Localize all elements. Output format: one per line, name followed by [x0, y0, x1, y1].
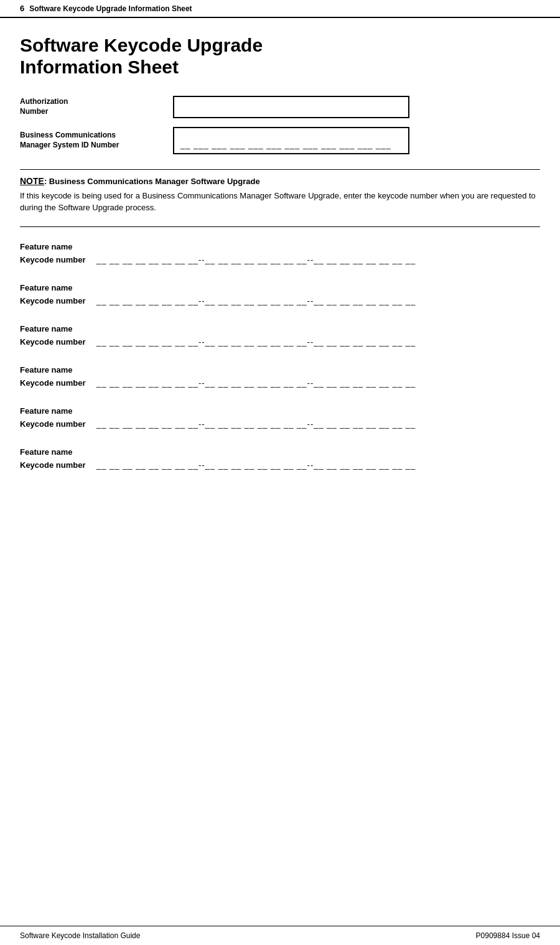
footer-right: P0909884 Issue 04 — [476, 931, 540, 940]
top-bar-title: Software Keycode Upgrade Information She… — [29, 4, 192, 13]
keycode-row-2: Keycode number __ __ __ __ __ __ __ __--… — [20, 296, 540, 305]
feature-block-6: Feature name Keycode number __ __ __ __ … — [20, 447, 540, 470]
feature-block-1: Feature name Keycode number __ __ __ __ … — [20, 242, 540, 264]
feature-name-label-6: Feature name — [20, 447, 540, 457]
keycode-dashes-1: __ __ __ __ __ __ __ __--__ __ __ __ __ … — [96, 255, 416, 264]
features-area: Feature name Keycode number __ __ __ __ … — [20, 242, 540, 470]
auth-number-input[interactable] — [173, 96, 409, 118]
feature-name-label-2: Feature name — [20, 283, 540, 292]
feature-name-label-1: Feature name — [20, 242, 540, 251]
top-bar: 6 Software Keycode Upgrade Information S… — [0, 0, 560, 18]
feature-block-5: Feature name Keycode number __ __ __ __ … — [20, 406, 540, 429]
bcm-dashes: __ ___ ___ ___ ___ ___ ___ ___ ___ ___ _… — [180, 140, 391, 149]
note-title: NOTE: Business Communications Manager So… — [20, 176, 540, 186]
keycode-label-5: Keycode number — [20, 419, 91, 429]
keycode-label-6: Keycode number — [20, 460, 91, 470]
auth-number-row: AuthorizationNumber — [20, 96, 540, 118]
keycode-row-3: Keycode number __ __ __ __ __ __ __ __--… — [20, 337, 540, 347]
bcm-id-row: Business CommunicationsManager System ID… — [20, 127, 540, 154]
keycode-dashes-3: __ __ __ __ __ __ __ __--__ __ __ __ __ … — [96, 337, 416, 347]
keycode-label-2: Keycode number — [20, 296, 91, 305]
feature-name-label-3: Feature name — [20, 324, 540, 333]
keycode-row-5: Keycode number __ __ __ __ __ __ __ __--… — [20, 419, 540, 429]
keycode-dashes-4: __ __ __ __ __ __ __ __--__ __ __ __ __ … — [96, 378, 416, 388]
form-section: AuthorizationNumber Business Communicati… — [20, 96, 540, 163]
feature-block-4: Feature name Keycode number __ __ __ __ … — [20, 365, 540, 388]
bcm-id-input[interactable]: __ ___ ___ ___ ___ ___ ___ ___ ___ ___ _… — [173, 127, 409, 154]
footer-left: Software Keycode Installation Guide — [20, 931, 140, 940]
footer: Software Keycode Installation Guide P090… — [0, 926, 560, 945]
divider-1 — [20, 169, 540, 170]
auth-label: AuthorizationNumber — [20, 97, 163, 116]
page-title: Software Keycode Upgrade Information She… — [20, 34, 540, 78]
feature-name-label-4: Feature name — [20, 365, 540, 375]
keycode-dashes-5: __ __ __ __ __ __ __ __--__ __ __ __ __ … — [96, 419, 416, 429]
bcm-label: Business CommunicationsManager System ID… — [20, 131, 163, 150]
feature-block-3: Feature name Keycode number __ __ __ __ … — [20, 324, 540, 347]
feature-block-2: Feature name Keycode number __ __ __ __ … — [20, 283, 540, 305]
keycode-label-3: Keycode number — [20, 337, 91, 347]
keycode-row-1: Keycode number __ __ __ __ __ __ __ __--… — [20, 255, 540, 264]
keycode-row-6: Keycode number __ __ __ __ __ __ __ __--… — [20, 460, 540, 470]
feature-name-label-5: Feature name — [20, 406, 540, 416]
divider-2 — [20, 226, 540, 227]
note-body: If this keycode is being used for a Busi… — [20, 190, 540, 214]
note-keyword: NOTE — [20, 176, 44, 186]
page-number: 6 — [20, 4, 24, 13]
keycode-dashes-6: __ __ __ __ __ __ __ __--__ __ __ __ __ … — [96, 460, 416, 470]
keycode-dashes-2: __ __ __ __ __ __ __ __--__ __ __ __ __ … — [96, 296, 416, 305]
main-content: Software Keycode Upgrade Information She… — [0, 18, 560, 526]
keycode-label-1: Keycode number — [20, 255, 91, 264]
note-section: NOTE: Business Communications Manager So… — [20, 176, 540, 214]
keycode-label-4: Keycode number — [20, 378, 91, 388]
keycode-row-4: Keycode number __ __ __ __ __ __ __ __--… — [20, 378, 540, 388]
